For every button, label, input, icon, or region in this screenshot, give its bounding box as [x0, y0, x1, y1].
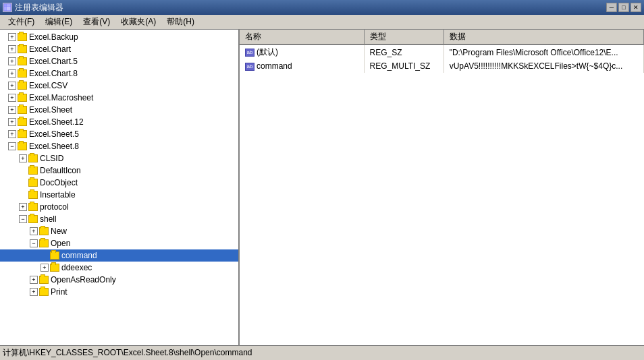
- tree-item-excelChart8[interactable]: +Excel.Chart.8: [0, 67, 238, 80]
- folder-icon-shell: [28, 215, 38, 223]
- expand-btn-excelChart[interactable]: +: [8, 45, 16, 53]
- tree-label-new: New: [51, 227, 67, 236]
- folder-icon-excelSheet8: [18, 142, 27, 150]
- tree-label-excelChart: Excel.Chart: [29, 44, 71, 54]
- tree-item-excelMacrosheet[interactable]: +Excel.Macrosheet: [0, 92, 238, 104]
- tree-item-insertable[interactable]: Insertable: [0, 189, 238, 201]
- folder-icon-excelCSV: [18, 82, 27, 90]
- folder-icon-open: [39, 239, 49, 247]
- menu-favorites[interactable]: 收藏夹(A): [115, 15, 161, 29]
- tree-label-protocol: protocol: [40, 202, 69, 212]
- tree-item-shell[interactable]: −shell: [0, 213, 238, 225]
- expand-btn-excelMacrosheet[interactable]: +: [8, 94, 16, 102]
- tree-label-excelChart8: Excel.Chart.8: [29, 69, 78, 78]
- value-type-1: REG_MULTI_SZ: [364, 59, 444, 73]
- window-controls: ─ □ ✕: [606, 3, 641, 12]
- tree-label-excelSheet8: Excel.Sheet.8: [29, 142, 79, 151]
- menu-file[interactable]: 文件(F): [3, 15, 40, 29]
- folder-icon-openAsReadOnly: [39, 276, 49, 284]
- expand-btn-excelSheet[interactable]: +: [8, 106, 16, 114]
- expand-btn-openAsReadOnly[interactable]: +: [30, 276, 38, 284]
- tree-item-docObject[interactable]: DocObject: [0, 177, 238, 189]
- col-type: 类型: [364, 30, 444, 44]
- folder-icon-defaultIcon: [28, 167, 38, 175]
- value-row-1[interactable]: abcommand REG_MULTI_SZ vUpAV5!!!!!!!!!!M…: [240, 59, 644, 73]
- tree-label-excelBackup: Excel.Backup: [29, 32, 78, 42]
- tree-item-openAsReadOnly[interactable]: +OpenAsReadOnly: [0, 274, 238, 286]
- expand-btn-print[interactable]: +: [30, 288, 38, 296]
- tree-item-excelSheet8[interactable]: −Excel.Sheet.8: [0, 140, 238, 152]
- folder-icon-excelChart: [18, 45, 27, 53]
- tree-label-excelSheet5: Excel.Sheet.5: [29, 129, 79, 139]
- tree-label-openAsReadOnly: OpenAsReadOnly: [51, 275, 116, 284]
- tree-label-clsid: CLSID: [40, 154, 63, 163]
- tree-label-shell: shell: [40, 214, 57, 224]
- tree-item-ddeexec[interactable]: +ddeexec: [0, 262, 238, 274]
- tree-item-excelSheet5[interactable]: +Excel.Sheet.5: [0, 128, 238, 140]
- tree-label-command: command: [61, 251, 97, 260]
- value-name-1: abcommand: [240, 59, 364, 73]
- status-path: 计算机\HKEY_CLASSES_ROOT\Excel.Sheet.8\shel…: [3, 347, 252, 359]
- value-row-0[interactable]: ab(默认) REG_SZ "D:\Program Files\Microsof…: [240, 44, 644, 59]
- tree-item-clsid[interactable]: +CLSID: [0, 152, 238, 164]
- registry-values[interactable]: 名称 类型 数据 ab(默认) REG_SZ "D:\Program Files…: [240, 30, 644, 345]
- tree-item-new[interactable]: +New: [0, 225, 238, 237]
- tree-label-open: Open: [51, 239, 70, 248]
- app-icon: [3, 3, 12, 12]
- folder-icon-excelSheet: [18, 106, 27, 114]
- status-bar: 计算机\HKEY_CLASSES_ROOT\Excel.Sheet.8\shel…: [0, 345, 644, 360]
- reg-icon-0: ab: [245, 49, 254, 57]
- title-text: 注册表编辑器: [15, 2, 63, 13]
- expand-btn-excelBackup[interactable]: +: [8, 33, 16, 41]
- folder-icon-ddeexec: [50, 264, 59, 272]
- tree-label-excelCSV: Excel.CSV: [29, 81, 68, 90]
- value-name-0: ab(默认): [240, 44, 364, 59]
- expand-btn-new[interactable]: +: [30, 227, 38, 235]
- expand-btn-open[interactable]: −: [30, 239, 38, 247]
- close-button[interactable]: ✕: [630, 3, 641, 12]
- values-table: 名称 类型 数据 ab(默认) REG_SZ "D:\Program Files…: [240, 30, 644, 73]
- tree-item-excelBackup[interactable]: +Excel.Backup: [0, 31, 238, 43]
- expand-btn-ddeexec[interactable]: +: [41, 264, 49, 272]
- expand-btn-excelCSV[interactable]: +: [8, 82, 16, 90]
- tree-item-excelSheet12[interactable]: +Excel.Sheet.12: [0, 116, 238, 128]
- folder-icon-excelChart5: [18, 57, 27, 65]
- reg-icon-1: ab: [245, 63, 254, 71]
- tree-item-print[interactable]: +Print: [0, 286, 238, 298]
- registry-tree[interactable]: +Excel.Backup+Excel.Chart+Excel.Chart.5+…: [0, 30, 240, 345]
- folder-icon-insertable: [28, 191, 38, 199]
- tree-item-excelChart[interactable]: +Excel.Chart: [0, 43, 238, 55]
- expand-btn-excelChart5[interactable]: +: [8, 57, 16, 65]
- menu-view[interactable]: 查看(V): [78, 15, 115, 29]
- tree-item-defaultIcon[interactable]: DefaultIcon: [0, 164, 238, 177]
- expand-btn-excelSheet8[interactable]: −: [8, 142, 16, 150]
- value-data-1: vUpAV5!!!!!!!!!!MKKSkEXCELFiles>tW{~$4Q}…: [444, 59, 643, 73]
- menu-edit[interactable]: 编辑(E): [40, 15, 78, 29]
- menu-bar: 文件(F) 编辑(E) 查看(V) 收藏夹(A) 帮助(H): [0, 15, 644, 30]
- expand-btn-excelSheet12[interactable]: +: [8, 118, 16, 126]
- title-bar: 注册表编辑器 ─ □ ✕: [0, 0, 644, 15]
- tree-label-excelSheet: Excel.Sheet: [29, 105, 72, 115]
- tree-label-docObject: DocObject: [40, 178, 78, 187]
- expand-btn-shell[interactable]: −: [19, 215, 27, 223]
- tree-item-command[interactable]: command: [0, 249, 238, 262]
- main-content: +Excel.Backup+Excel.Chart+Excel.Chart.5+…: [0, 30, 644, 345]
- folder-icon-excelMacrosheet: [18, 94, 27, 102]
- tree-item-excelSheet[interactable]: +Excel.Sheet: [0, 104, 238, 116]
- expand-btn-excelSheet5[interactable]: +: [8, 130, 16, 138]
- tree-item-excelChart5[interactable]: +Excel.Chart.5: [0, 55, 238, 67]
- tree-label-print: Print: [51, 287, 68, 297]
- tree-item-open[interactable]: −Open: [0, 237, 238, 249]
- folder-icon-excelSheet12: [18, 118, 27, 126]
- expand-btn-clsid[interactable]: +: [19, 154, 27, 162]
- maximize-button[interactable]: □: [618, 3, 629, 12]
- expand-btn-excelChart8[interactable]: +: [8, 69, 16, 78]
- minimize-button[interactable]: ─: [606, 3, 617, 12]
- tree-item-excelCSV[interactable]: +Excel.CSV: [0, 80, 238, 92]
- tree-label-ddeexec: ddeexec: [61, 263, 92, 272]
- menu-help[interactable]: 帮助(H): [161, 15, 200, 29]
- tree-label-excelMacrosheet: Excel.Macrosheet: [29, 93, 93, 102]
- folder-icon-protocol: [28, 203, 38, 211]
- tree-item-protocol[interactable]: +protocol: [0, 201, 238, 213]
- expand-btn-protocol[interactable]: +: [19, 203, 27, 211]
